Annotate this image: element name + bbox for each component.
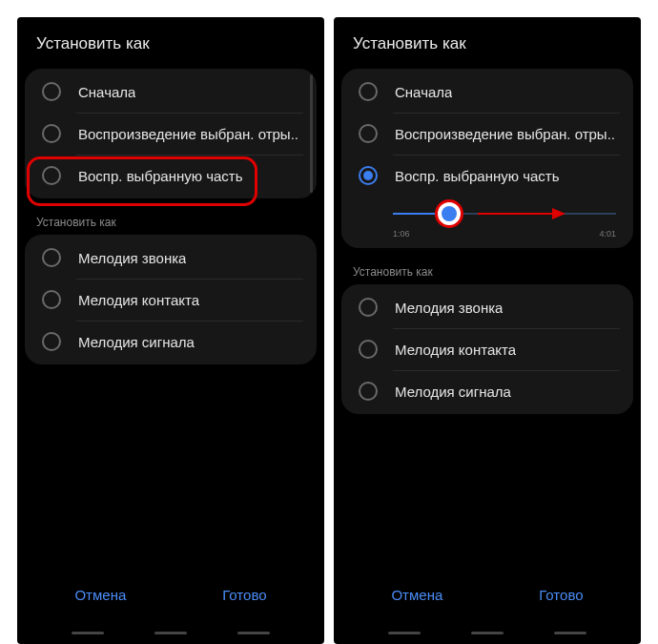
screenshot-right: Установить как Сначала Воспроизведение в… — [334, 17, 641, 644]
radio-icon — [359, 166, 378, 185]
radio-icon — [42, 166, 61, 185]
section-header: Установить как — [334, 256, 641, 284]
radio-icon — [359, 382, 378, 401]
section-header: Установить как — [17, 206, 324, 235]
button-row: Отмена Готово — [334, 577, 641, 628]
nav-home-icon[interactable] — [154, 632, 187, 634]
option-label: Воспроизведение выбран. отры.. — [78, 126, 298, 142]
option-play-selected-fragment[interactable]: Воспроизведение выбран. отры.. — [25, 113, 317, 155]
option-label: Мелодия звонка — [395, 300, 503, 316]
option-alarm-melody[interactable]: Мелодия сигнала — [25, 321, 317, 363]
nav-recents-icon[interactable] — [72, 632, 104, 634]
option-from-start[interactable]: Сначала — [341, 71, 633, 113]
page-title: Установить как — [334, 34, 641, 69]
playback-options-card: Сначала Воспроизведение выбран. отры.. В… — [341, 69, 633, 248]
option-label: Мелодия сигнала — [78, 334, 195, 350]
option-contact-melody[interactable]: Мелодия контакта — [25, 279, 317, 321]
nav-back-icon[interactable] — [554, 632, 586, 634]
cancel-button[interactable]: Отмена — [378, 577, 456, 613]
radio-icon — [359, 82, 378, 101]
time-start: 1:06 — [393, 229, 410, 239]
page-title: Установить как — [17, 34, 324, 69]
button-row: Отмена Готово — [17, 577, 324, 628]
radio-icon — [42, 248, 61, 267]
trim-slider[interactable]: 1:06 4:01 — [341, 197, 633, 246]
radio-icon — [42, 82, 61, 101]
nav-recents-icon[interactable] — [388, 632, 421, 634]
option-contact-melody[interactable]: Мелодия контакта — [341, 328, 633, 370]
radio-icon — [42, 290, 61, 309]
option-label: Мелодия контакта — [395, 342, 516, 358]
radio-icon — [359, 124, 378, 143]
nav-bar — [334, 628, 641, 644]
time-end: 4:01 — [599, 229, 616, 239]
cancel-button[interactable]: Отмена — [61, 577, 139, 613]
screenshot-left: Установить как Сначала Воспроизведение в… — [17, 17, 324, 644]
set-as-card: Мелодия звонка Мелодия контакта Мелодия … — [25, 235, 317, 364]
option-label: Воспроизведение выбран. отры.. — [395, 126, 615, 142]
option-label: Мелодия сигнала — [395, 384, 511, 400]
slider-thumb[interactable] — [438, 202, 461, 225]
radio-icon — [42, 332, 61, 351]
option-play-selected-part[interactable]: Воспр. выбранную часть — [25, 155, 317, 197]
option-label: Воспр. выбранную часть — [78, 168, 243, 184]
option-label: Мелодия звонка — [78, 250, 186, 266]
nav-home-icon[interactable] — [471, 632, 504, 634]
radio-icon — [359, 340, 378, 359]
done-button[interactable]: Готово — [525, 577, 596, 613]
slider-times: 1:06 4:01 — [393, 229, 616, 239]
radio-icon — [42, 124, 61, 143]
option-label: Сначала — [78, 84, 135, 100]
nav-back-icon[interactable] — [237, 632, 270, 634]
option-ringtone[interactable]: Мелодия звонка — [341, 286, 633, 328]
done-button[interactable]: Готово — [209, 577, 279, 613]
playback-options-card: Сначала Воспроизведение выбран. отры.. В… — [25, 69, 317, 198]
option-from-start[interactable]: Сначала — [25, 71, 317, 113]
option-label: Мелодия контакта — [78, 292, 199, 308]
radio-icon — [359, 298, 378, 317]
set-as-card: Мелодия звонка Мелодия контакта Мелодия … — [341, 284, 633, 414]
option-ringtone[interactable]: Мелодия звонка — [25, 237, 317, 279]
option-label: Сначала — [395, 84, 452, 100]
option-label: Воспр. выбранную часть — [395, 168, 560, 184]
option-play-selected-part[interactable]: Воспр. выбранную часть — [341, 155, 633, 197]
option-alarm-melody[interactable]: Мелодия сигнала — [341, 370, 633, 412]
option-play-selected-fragment[interactable]: Воспроизведение выбран. отры.. — [341, 113, 633, 155]
nav-bar — [17, 628, 324, 644]
